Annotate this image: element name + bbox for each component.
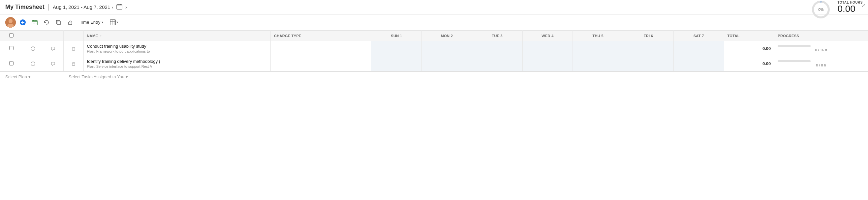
date-range: Aug 1, 2021 - Aug 7, 2021 bbox=[53, 4, 110, 10]
row-checkbox-cell[interactable] bbox=[0, 41, 23, 56]
lock-button[interactable] bbox=[65, 17, 75, 27]
utilization-percent: 0% bbox=[818, 8, 824, 11]
svg-rect-17 bbox=[34, 23, 35, 23]
row-sat-1[interactable] bbox=[674, 41, 724, 56]
row-sun-2[interactable] bbox=[371, 56, 422, 71]
task-plan-1: Plan: Framework to port applications to bbox=[87, 49, 267, 53]
calendar-icon[interactable] bbox=[116, 4, 122, 10]
svg-rect-20 bbox=[69, 22, 72, 25]
row-delete-2 bbox=[63, 56, 84, 71]
row-total-1: 0.00 bbox=[724, 41, 774, 56]
table-row: Conduct training usability study Plan: F… bbox=[0, 41, 868, 56]
select-tasks-dropdown[interactable]: Select Tasks Assigned to You ▾ bbox=[69, 74, 161, 79]
status-icon-2[interactable] bbox=[26, 62, 39, 66]
row-tue-2[interactable] bbox=[472, 56, 522, 71]
row-mon-1[interactable] bbox=[422, 41, 472, 56]
svg-point-26 bbox=[31, 47, 35, 51]
row-tue-1[interactable] bbox=[472, 41, 522, 56]
header-charge-type: CHARGE TYPE bbox=[271, 31, 371, 41]
avatar bbox=[5, 17, 16, 28]
select-plan-placeholder: Select Plan bbox=[5, 74, 27, 79]
header-separator: | bbox=[48, 3, 50, 11]
delete-icon-2[interactable] bbox=[67, 62, 80, 66]
header-bar: My Timesheet | Aug 1, 2021 - Aug 7, 2021… bbox=[0, 0, 868, 14]
next-period-button[interactable]: › bbox=[124, 4, 129, 10]
status-icon-1[interactable] bbox=[26, 46, 39, 51]
copy-button[interactable] bbox=[54, 17, 63, 27]
header-status bbox=[23, 31, 43, 41]
prev-period-button[interactable]: ‹ bbox=[110, 4, 115, 10]
table-view-dropdown-arrow: ▾ bbox=[116, 21, 118, 24]
task-plan-2: Plan: Service interface to support Rest … bbox=[87, 65, 267, 69]
header-name[interactable]: NAME ↑ bbox=[84, 31, 271, 41]
toolbar: Time Entry ▾ ▾ bbox=[0, 14, 868, 30]
row-status-2 bbox=[23, 56, 43, 71]
header-right: Utilization 0% TOTAL HOURS 0.00 bbox=[811, 0, 863, 19]
row-progress-2: 0 / 8 h bbox=[774, 56, 868, 71]
header-tue: TUE 3 bbox=[472, 31, 522, 41]
select-tasks-arrow: ▾ bbox=[126, 74, 128, 79]
wed-col-label: WED 4 bbox=[541, 34, 553, 38]
task-name-1: Conduct training usability study bbox=[87, 44, 267, 49]
header-thu: THU 5 bbox=[573, 31, 623, 41]
header-total: TOTAL bbox=[724, 31, 774, 41]
select-tasks-placeholder: Select Tasks Assigned to You bbox=[69, 74, 124, 79]
timesheet-table: NAME ↑ CHARGE TYPE SUN 1 MON 2 TUE 3 bbox=[0, 30, 868, 71]
header-progress: PROGRESS bbox=[774, 31, 868, 41]
task-name-2: Identify training delivery methodology ( bbox=[87, 59, 267, 64]
progress-bar-2 bbox=[778, 60, 811, 62]
fri-col-label: FRI 6 bbox=[644, 34, 653, 38]
sat-col-label: SAT 7 bbox=[693, 34, 704, 38]
row-checkbox-1[interactable] bbox=[9, 46, 13, 50]
row-name-1: Conduct training usability study Plan: F… bbox=[84, 41, 271, 56]
time-entry-label: Time Entry bbox=[80, 20, 100, 25]
time-entry-dropdown-arrow: ▾ bbox=[101, 21, 103, 24]
row-sun-1[interactable] bbox=[371, 41, 422, 56]
svg-rect-16 bbox=[33, 23, 34, 23]
row-status-1 bbox=[23, 41, 43, 56]
header-delete bbox=[63, 31, 84, 41]
row-wed-2[interactable] bbox=[522, 56, 573, 71]
row-fri-1[interactable] bbox=[623, 41, 674, 56]
grid-container: NAME ↑ CHARGE TYPE SUN 1 MON 2 TUE 3 bbox=[0, 30, 868, 71]
calendar-button[interactable] bbox=[30, 17, 39, 27]
row-comment-1 bbox=[43, 41, 63, 56]
delete-icon-1[interactable] bbox=[67, 46, 80, 51]
expand-icon[interactable]: ⤢ bbox=[861, 3, 865, 8]
row-mon-2[interactable] bbox=[422, 56, 472, 71]
page-title: My Timesheet bbox=[5, 4, 44, 10]
undo-button[interactable] bbox=[41, 17, 52, 27]
header-wed: WED 4 bbox=[522, 31, 573, 41]
svg-rect-21 bbox=[110, 20, 116, 25]
row-fri-2[interactable] bbox=[623, 56, 674, 71]
table-header-row: NAME ↑ CHARGE TYPE SUN 1 MON 2 TUE 3 bbox=[0, 31, 868, 41]
sun-col-label: SUN 1 bbox=[391, 34, 402, 38]
row-thu-1[interactable] bbox=[573, 41, 623, 56]
add-button[interactable] bbox=[18, 17, 28, 27]
row-charge-type-2[interactable] bbox=[271, 56, 371, 71]
row-sat-2[interactable] bbox=[674, 56, 724, 71]
header-sat: SAT 7 bbox=[674, 31, 724, 41]
header-checkbox-cell[interactable] bbox=[0, 31, 23, 41]
row-thu-2[interactable] bbox=[573, 56, 623, 71]
progress-text-1: 0 / 16 h bbox=[778, 48, 864, 52]
progress-text-2: 0 / 8 h bbox=[778, 63, 864, 67]
total-hours-widget: TOTAL HOURS 0.00 bbox=[837, 1, 863, 13]
row-checkbox-cell[interactable] bbox=[0, 56, 23, 71]
table-view-button[interactable]: ▾ bbox=[108, 18, 120, 27]
time-entry-button[interactable]: Time Entry ▾ bbox=[77, 18, 106, 26]
comment-icon-1[interactable] bbox=[46, 46, 60, 51]
total-col-label: TOTAL bbox=[727, 34, 740, 38]
header-comment bbox=[43, 31, 63, 41]
select-all-checkbox[interactable] bbox=[9, 33, 13, 38]
name-col-label: NAME bbox=[87, 34, 98, 38]
svg-rect-0 bbox=[117, 5, 122, 9]
comment-icon-2[interactable] bbox=[46, 62, 60, 66]
row-checkbox-2[interactable] bbox=[9, 61, 13, 66]
select-plan-dropdown[interactable]: Select Plan ▾ bbox=[5, 74, 65, 79]
row-charge-type-1[interactable] bbox=[271, 41, 371, 56]
footer-bar: Select Plan ▾ Select Tasks Assigned to Y… bbox=[0, 71, 868, 82]
row-wed-1[interactable] bbox=[522, 41, 573, 56]
header-sun: SUN 1 bbox=[371, 31, 422, 41]
svg-rect-27 bbox=[72, 48, 75, 50]
